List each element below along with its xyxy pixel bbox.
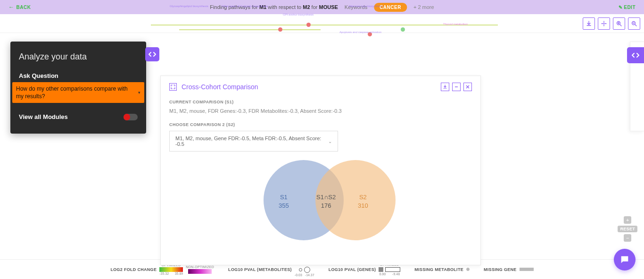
non-optimized-label: NON-OPTIMIZED — [186, 265, 214, 269]
venn-s2-name: S2 — [358, 193, 368, 202]
fold-change-label: LOG2 FOLD CHANGE — [110, 267, 157, 272]
venn-inter-name: S1∩S2 — [316, 193, 336, 202]
pval-meta-max: -14.37 — [305, 273, 314, 277]
collapse-panel-left-button[interactable] — [145, 47, 159, 61]
expand-panel-right-button[interactable] — [627, 47, 644, 63]
small-circle-icon — [299, 268, 302, 271]
legend-missing-gene: MISSING GENE — [484, 267, 534, 272]
zoom-minus-button[interactable]: − — [624, 234, 631, 242]
ask-question-label: Ask Question — [19, 72, 138, 79]
cc-header-icons — [441, 83, 472, 91]
filled-rect-icon — [379, 267, 383, 272]
pval-genes-min: 0.00 — [379, 272, 386, 276]
zoom-out-button[interactable] — [628, 17, 640, 30]
pencil-icon: ✎ — [619, 5, 623, 10]
pval-meta-label: LOG10 PVAL (METABOLITES) — [228, 267, 292, 272]
expand-card-icon[interactable] — [169, 83, 177, 91]
edit-button[interactable]: ✎ EDIT — [619, 5, 636, 10]
fc-min: -35.32 — [159, 272, 169, 275]
toggle-knob — [124, 114, 130, 120]
cc-minimize-icon[interactable] — [452, 83, 461, 91]
pathway-map-background: Glycosphingolipid biosynthesis Other typ… — [151, 5, 498, 40]
venn-s1-label: S1 355 — [279, 193, 289, 210]
cc-close-icon[interactable] — [463, 83, 472, 91]
missing-meta-label: MISSING METABOLITE — [414, 267, 463, 272]
cc-header: Cross-Cohort Comparison — [169, 83, 472, 91]
zoom-in-button[interactable] — [613, 17, 625, 30]
current-comparison-text: M1, M2, mouse, FDR Genes:-0.3, FDR Metab… — [169, 108, 472, 114]
zoom-reset-button[interactable]: RESET — [618, 226, 637, 232]
download-button[interactable] — [583, 17, 595, 30]
view-modules-row: View all Modules — [19, 113, 138, 120]
cross-cohort-card: Cross-Cohort Comparison CURRENT COMPARIS… — [160, 76, 481, 265]
pval-genes-label: LOG10 PVAL (GENES) — [329, 267, 376, 272]
zoom-controls: + RESET − — [618, 216, 637, 242]
zoom-plus-button[interactable]: + — [624, 216, 631, 224]
cc-title: Cross-Cohort Comparison — [182, 83, 258, 91]
fit-screen-button[interactable] — [598, 17, 610, 30]
back-label: BACK — [17, 5, 31, 10]
back-arrow-icon: ← — [8, 4, 15, 10]
analyze-title: Analyze your data — [19, 52, 138, 62]
missing-gene-label: MISSING GENE — [484, 267, 517, 272]
chevron-down-icon: ⌄ — [328, 139, 332, 144]
venn-s2-count: 310 — [358, 202, 368, 210]
fold-change-nonoptimized-gradient: NON-OPTIMIZED — [186, 265, 214, 274]
missing-meta-icon — [466, 268, 470, 271]
view-modules-toggle[interactable] — [124, 114, 138, 120]
cc-title-group: Cross-Cohort Comparison — [169, 83, 258, 91]
pval-meta-min: -0.03 — [295, 273, 302, 277]
venn-diagram: S1 355 S1∩S2 176 S2 310 — [169, 160, 472, 254]
venn-s1-name: S1 — [279, 193, 289, 202]
comparison-2-select[interactable]: M1, M2, mouse, Gene FDR:-0.5, Meta FDR:-… — [169, 131, 338, 152]
cc-download-icon[interactable] — [441, 83, 449, 91]
venn-inter-count: 176 — [316, 202, 336, 210]
venn-intersection-label: S1∩S2 176 — [316, 193, 336, 210]
current-comparison-label: CURRENT COMPARISON (S1) — [169, 100, 472, 104]
view-modules-label: View all Modules — [19, 113, 68, 120]
choose-comparison-label: CHOOSE COMPARISON 2 (S2) — [169, 122, 472, 127]
edit-label: EDIT — [624, 5, 636, 10]
venn-s1-count: 355 — [279, 202, 289, 210]
pval-genes-max: -9.48 — [392, 272, 400, 276]
fc-max: 35.89 — [175, 272, 183, 275]
svg-point-0 — [603, 23, 604, 24]
venn-s2-label: S2 310 — [358, 193, 368, 210]
big-circle-icon — [304, 267, 310, 273]
legend-missing-metabolite: MISSING METABOLITE — [414, 267, 470, 272]
empty-rect-icon — [385, 267, 400, 272]
missing-gene-icon — [520, 268, 534, 271]
chat-bubble-button[interactable] — [614, 249, 636, 271]
back-button[interactable]: ← BACK — [8, 4, 31, 10]
comparison-2-value: M1, M2, mouse, Gene FDR:-0.5, Meta FDR:-… — [175, 135, 328, 147]
question-select-value: How do my other comparisons compare with… — [16, 85, 128, 100]
analyze-panel: Analyze your data Ask Question How do my… — [10, 42, 146, 134]
question-select[interactable]: How do my other comparisons compare with… — [12, 82, 144, 103]
